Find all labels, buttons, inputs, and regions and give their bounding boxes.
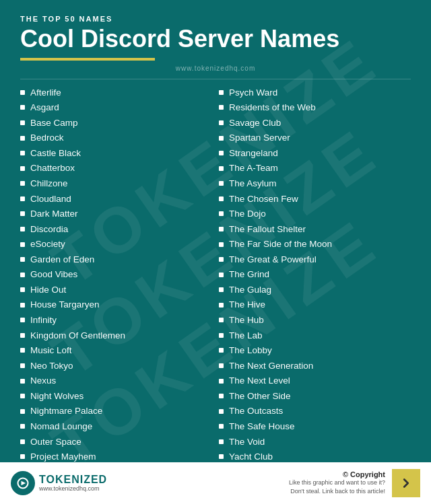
bullet-icon (20, 181, 25, 186)
bullet-icon (20, 90, 25, 95)
copyright-sub1: Like this graphic and want to use it? (289, 478, 385, 487)
bullet-icon (219, 211, 224, 216)
list-item: Chatterbox (20, 161, 212, 175)
list-item: The Hive (219, 298, 411, 312)
item-label: The A-Team (229, 161, 278, 175)
page-title: Cool Discord Server Names (20, 26, 411, 52)
bullet-icon (219, 196, 224, 201)
item-label: The Gulag (229, 283, 271, 297)
item-label: House Targaryen (30, 298, 100, 312)
list-item: Project Mayhem (20, 450, 212, 464)
bullet-icon (219, 363, 224, 368)
item-label: Neo Tokyo (30, 359, 73, 373)
bullet-icon (20, 409, 25, 414)
item-label: The Lab (229, 329, 263, 343)
bullet-icon (219, 394, 224, 398)
header-divider (20, 79, 411, 79)
list-item: The Hub (219, 314, 411, 327)
list-item: Nomad Lounge (20, 420, 212, 433)
list-item: Spartan Server (219, 131, 411, 145)
left-column: AfterlifeAsgardBase CampBedrockCastle Bl… (20, 86, 219, 466)
list-item: Outer Space (20, 435, 212, 449)
list-item: Music Loft (20, 344, 212, 357)
list-item: The Asylum (219, 177, 411, 190)
list-item: The Far Side of the Moon (219, 238, 411, 251)
item-label: The Hive (229, 298, 265, 312)
list-item: House Targaryen (20, 298, 212, 312)
item-label: Bedrock (30, 131, 64, 145)
bullet-icon (20, 363, 25, 368)
list-item: The Great & Powerful (219, 253, 411, 266)
item-label: Chillzone (30, 177, 68, 190)
list-item: Psych Ward (219, 86, 411, 100)
bullet-icon (20, 120, 25, 125)
footer-logo: TOKENIZED www.tokenizedhq.com (11, 471, 107, 495)
item-label: Good Vibes (30, 268, 77, 281)
footer-arrow[interactable] (392, 469, 420, 497)
item-label: Strangeland (229, 147, 278, 160)
item-label: Nightmare Palace (30, 404, 102, 418)
bullet-icon (20, 394, 25, 398)
bullet-icon (219, 227, 224, 231)
list-item: Strangeland (219, 147, 411, 160)
item-label: Dark Matter (30, 207, 78, 221)
copyright-sub2: Don't steal. Link back to this article! (289, 487, 385, 496)
bullet-icon (219, 273, 224, 277)
item-label: Asgard (30, 101, 59, 114)
item-label: Cloudland (30, 192, 71, 206)
bullet-icon (219, 424, 224, 429)
bullet-icon (20, 211, 25, 216)
list-item: The Next Level (219, 374, 411, 388)
item-label: Project Mayhem (30, 450, 96, 464)
item-label: The Next Level (229, 374, 290, 388)
bullet-icon (219, 257, 224, 262)
list-item: Garden of Eden (20, 253, 212, 266)
list-item: Afterlife (20, 86, 212, 100)
item-label: The Chosen Few (229, 192, 298, 206)
bullet-icon (20, 196, 25, 201)
domain-top: www.tokenizedhq.com (20, 65, 411, 72)
bullet-icon (20, 273, 25, 277)
bullet-icon (219, 136, 224, 141)
bullet-icon (219, 120, 224, 125)
list-item: The Next Generation (219, 359, 411, 373)
item-label: The Grind (229, 268, 269, 281)
item-label: The Hub (229, 314, 264, 327)
logo-icon (11, 471, 35, 495)
list-item: Cloudland (20, 192, 212, 206)
bullet-icon (219, 348, 224, 353)
list-item: The Grind (219, 268, 411, 281)
list-item: Neo Tokyo (20, 359, 212, 373)
list-item: Kingdom Of Gentlemen (20, 329, 212, 343)
list-item: The A-Team (219, 161, 411, 175)
item-label: Nexus (30, 374, 56, 388)
subtitle: THE TOP 50 NAMES (20, 15, 411, 23)
bullet-icon (20, 379, 25, 384)
item-label: The Other Side (229, 390, 291, 403)
bullet-icon (20, 227, 25, 231)
item-label: The Void (229, 435, 265, 449)
bullet-icon (219, 242, 224, 247)
bullet-icon (20, 242, 25, 247)
bullet-icon (20, 136, 25, 141)
item-label: eSociety (30, 238, 65, 251)
list-item: Nexus (20, 374, 212, 388)
bullet-icon (219, 454, 224, 459)
bullet-icon (20, 424, 25, 429)
item-label: Night Wolves (30, 390, 84, 403)
logo-brand: TOKENIZED (39, 474, 107, 486)
item-label: The Fallout Shelter (229, 223, 306, 236)
right-column: Psych WardResidents of the WebSavage Clu… (219, 86, 411, 466)
list-item: The Other Side (219, 390, 411, 403)
list-item: Night Wolves (20, 390, 212, 403)
item-label: The Far Side of the Moon (229, 238, 332, 251)
list-item: The Outcasts (219, 404, 411, 418)
bullet-icon (219, 439, 224, 444)
list-item: Bedrock (20, 131, 212, 145)
item-label: Garden of Eden (30, 253, 94, 266)
list-item: The Safe House (219, 420, 411, 433)
main-container: THE TOP 50 NAMES Cool Discord Server Nam… (0, 0, 431, 477)
bullet-icon (219, 151, 224, 155)
item-label: Castle Black (30, 147, 81, 160)
bullet-icon (20, 151, 25, 155)
